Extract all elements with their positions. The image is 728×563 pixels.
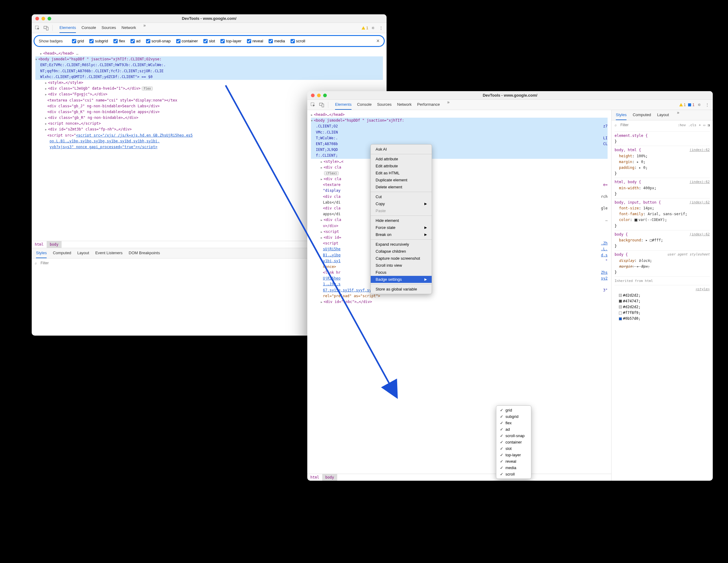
context-menu-item[interactable]: Break on▶: [371, 231, 432, 238]
context-menu-item[interactable]: Ask AI: [371, 146, 432, 153]
hov-toggle[interactable]: :hov: [678, 123, 686, 127]
context-menu-item[interactable]: Capture node screenshot: [371, 255, 432, 262]
submenu-item[interactable]: ✓subgrid: [496, 413, 531, 420]
caret-icon[interactable]: [321, 177, 323, 181]
caret-icon[interactable]: [45, 80, 48, 85]
context-menu-item[interactable]: Badge settings▶: [371, 276, 432, 283]
close-window-button[interactable]: [35, 17, 39, 20]
submenu-item[interactable]: ✓media: [496, 465, 531, 471]
context-menu-item[interactable]: Edit as HTML: [371, 169, 432, 176]
context-menu-item[interactable]: Delete element: [371, 184, 432, 191]
subtab-styles[interactable]: Styles: [616, 110, 626, 120]
badge-chk-slot[interactable]: slot: [203, 39, 215, 43]
context-menu-item[interactable]: Add attribute: [371, 155, 432, 162]
issues-badge[interactable]: 1: [687, 103, 694, 107]
color-swatch[interactable]: [619, 312, 622, 315]
tab-performance[interactable]: Performance: [417, 100, 440, 110]
more-tabs-icon[interactable]: »: [445, 100, 451, 110]
context-menu-item[interactable]: Duplicate element: [371, 176, 432, 184]
more-menu-icon[interactable]: ⋮: [704, 102, 710, 108]
breadcrumb-html[interactable]: html: [307, 474, 322, 481]
minimize-window-button[interactable]: [317, 94, 321, 97]
badge-chk-scroll[interactable]: scroll: [291, 39, 305, 43]
tab-network[interactable]: Network: [397, 100, 412, 110]
context-menu-item[interactable]: Hide element: [371, 217, 432, 224]
subtab-computed[interactable]: Computed: [53, 248, 71, 258]
color-swatch[interactable]: [619, 317, 622, 320]
titlebar[interactable]: DevTools - www.google.com/: [32, 14, 387, 23]
context-menu-item[interactable]: Force state▶: [371, 224, 432, 231]
inspect-icon[interactable]: [310, 102, 316, 108]
subtab-event-listeners[interactable]: Event Listeners: [95, 248, 123, 258]
caret-icon[interactable]: [45, 92, 48, 96]
tab-console[interactable]: Console: [81, 23, 96, 33]
caret-icon[interactable]: [321, 165, 323, 169]
selected-dom-node[interactable]: <body jsmodel="hspDDf " jsaction="xjhTIf…: [35, 56, 383, 80]
badge-settings-submenu[interactable]: ✓grid✓subgrid✓flex✓ad✓scroll-snap✓contai…: [496, 405, 531, 479]
context-menu[interactable]: Ask AIAdd attributeEdit attributeEdit as…: [370, 144, 432, 294]
tab-console[interactable]: Console: [357, 100, 372, 110]
tab-elements[interactable]: Elements: [59, 23, 76, 33]
color-swatch[interactable]: [634, 219, 637, 222]
selected-dom-node[interactable]: <body jsmodel="hspDDf " jsaction="xjhTIf…: [311, 118, 608, 159]
context-menu-item[interactable]: Focus: [371, 269, 432, 276]
subtab-layout[interactable]: Layout: [657, 110, 669, 120]
subtab-layout[interactable]: Layout: [77, 248, 89, 258]
more-tabs-icon[interactable]: »: [141, 23, 148, 33]
caret-icon[interactable]: [321, 300, 323, 304]
styles-rules[interactable]: element.style {} (index):62 body, html {…: [612, 130, 713, 325]
maximize-window-button[interactable]: [323, 94, 327, 97]
submenu-item[interactable]: ✓container: [496, 439, 531, 445]
context-menu-item[interactable]: Scroll into view: [371, 262, 432, 269]
cls-toggle[interactable]: .cls: [688, 123, 697, 127]
context-menu-item[interactable]: Edit attribute: [371, 162, 432, 169]
submenu-item[interactable]: ✓scroll-snap: [496, 433, 531, 439]
badge-chk-media[interactable]: media: [269, 39, 285, 43]
warning-badge[interactable]: 1: [679, 103, 686, 107]
submenu-item[interactable]: ✓top-layer: [496, 452, 531, 458]
new-style-rule-icon[interactable]: +: [699, 123, 701, 127]
device-toggle-icon[interactable]: [43, 25, 49, 31]
flex-badge[interactable]: flex: [142, 87, 153, 91]
submenu-item[interactable]: ✓grid: [496, 407, 531, 413]
tab-elements[interactable]: Elements: [335, 100, 352, 110]
warning-badge[interactable]: 1: [361, 26, 368, 30]
breadcrumb-html[interactable]: html: [32, 241, 47, 248]
submenu-item[interactable]: ✓scroll: [496, 471, 531, 477]
submenu-item[interactable]: ✓ad: [496, 426, 531, 433]
close-badge-bar-icon[interactable]: ×: [376, 38, 380, 44]
filter-input[interactable]: [619, 122, 675, 128]
badge-chk-container[interactable]: container: [176, 39, 198, 43]
context-menu-item[interactable]: Expand recursively: [371, 241, 432, 248]
settings-icon[interactable]: ⛭: [370, 25, 376, 31]
settings-icon[interactable]: ⛭: [696, 102, 702, 108]
minimize-window-button[interactable]: [41, 17, 45, 20]
tab-network[interactable]: Network: [122, 23, 136, 33]
caret-down-icon[interactable]: [311, 118, 314, 123]
caret-down-icon[interactable]: [35, 57, 38, 61]
flex-badge[interactable]: (flex): [324, 171, 339, 175]
titlebar[interactable]: DevTools - www.google.com/: [307, 91, 713, 100]
subtab-computed[interactable]: Computed: [633, 110, 651, 120]
submenu-item[interactable]: ✓slot: [496, 445, 531, 452]
tab-sources[interactable]: Sources: [377, 100, 392, 110]
caret-icon[interactable]: [321, 218, 323, 222]
color-swatch[interactable]: [619, 294, 622, 297]
maximize-window-button[interactable]: [48, 17, 51, 20]
badge-chk-top-layer[interactable]: top-layer: [220, 39, 241, 43]
subtab-styles[interactable]: Styles: [36, 248, 47, 258]
context-menu-item[interactable]: Collapse children: [371, 248, 432, 255]
device-toggle-icon[interactable]: [318, 102, 325, 108]
dom-breadcrumb[interactable]: html body: [307, 474, 611, 481]
badge-chk-scroll-snap[interactable]: scroll-snap: [146, 39, 171, 43]
context-menu-item[interactable]: Copy▶: [371, 200, 432, 207]
toggle-sidebar-icon[interactable]: ◨: [708, 123, 710, 127]
caret-icon[interactable]: [40, 51, 43, 55]
dom-tree-panel[interactable]: <head>…</head> <body jsmodel="hspDDf " j…: [307, 110, 611, 474]
more-menu-icon[interactable]: ⋮: [378, 25, 384, 31]
caret-icon[interactable]: [45, 116, 48, 120]
submenu-item[interactable]: ✓reveal: [496, 458, 531, 465]
close-window-button[interactable]: [311, 94, 315, 97]
subtab-dom-breakpoints[interactable]: DOM Breakpoints: [129, 248, 160, 258]
color-swatch[interactable]: [619, 300, 622, 303]
